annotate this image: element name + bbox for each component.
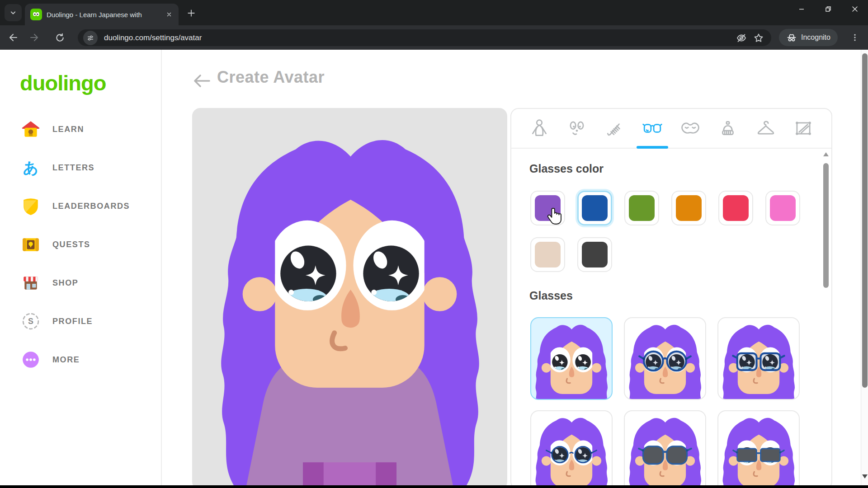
glasses-color-heading: Glasses color: [529, 162, 604, 175]
tab-title-fade: [141, 4, 159, 25]
reload-icon: [55, 33, 65, 43]
avatar-preview-illustration: [192, 108, 507, 485]
sidebar-nav: LEARNあLETTERSLEADERBOARDSQUESTSSHOPSPROF…: [21, 116, 130, 373]
incognito-label: Incognito: [801, 33, 830, 42]
profile-icon: S: [21, 311, 41, 331]
customization-panel: Glasses color Glasses: [510, 108, 832, 485]
sidebar-item-shop[interactable]: SHOP: [21, 269, 130, 296]
glasses-option-round-glasses[interactable]: [624, 317, 706, 400]
page-title: Create Avatar: [217, 68, 325, 87]
more-icon: [21, 350, 41, 370]
glasses-icon: [642, 118, 663, 139]
body-icon: [529, 118, 550, 139]
url-text: duolingo.com/settings/avatar: [104, 33, 736, 42]
tune-icon: [86, 34, 94, 42]
color-chip: [629, 195, 655, 221]
tab-hair[interactable]: [596, 109, 634, 148]
panel-scrollbar: [823, 152, 829, 441]
sidebar-item-label: PROFILE: [52, 317, 93, 326]
chevron-down-icon: [9, 8, 18, 17]
sidebar-item-profile[interactable]: SPROFILE: [21, 308, 130, 335]
glasses-option-square-glasses[interactable]: [717, 317, 800, 400]
back-nav-button[interactable]: [5, 30, 20, 45]
back-arrow-icon: [192, 73, 211, 89]
browser-tab-strip: Duolingo - Learn Japanese with: [0, 0, 868, 25]
close-window-button[interactable]: [841, 0, 868, 18]
sidebar-item-more[interactable]: MORE: [21, 346, 130, 373]
browser-scrollbar-thumb[interactable]: [862, 53, 868, 388]
browser-toolbar: duolingo.com/settings/avatar Incognito: [0, 25, 868, 50]
svg-text:S: S: [28, 317, 33, 326]
close-icon: [850, 5, 859, 14]
glasses-color-swatch-green[interactable]: [624, 191, 659, 225]
browser-tab[interactable]: Duolingo - Learn Japanese with: [25, 4, 179, 25]
tab-body[interactable]: [520, 109, 558, 148]
panel-body: Glasses color Glasses: [511, 149, 831, 485]
glasses-color-swatch-blue[interactable]: [577, 191, 612, 225]
incognito-icon: [786, 32, 797, 43]
glasses-color-swatch-red[interactable]: [718, 191, 753, 225]
minimize-button[interactable]: [788, 0, 815, 18]
panel-scrollbar-thumb[interactable]: [823, 163, 829, 288]
face-icon: [566, 118, 587, 139]
address-bar-actions: [736, 33, 764, 43]
site-info-button[interactable]: [83, 31, 98, 45]
sidebar-item-label: LEARN: [52, 125, 84, 134]
sidebar-item-learn[interactable]: LEARN: [21, 116, 130, 143]
eye-off-icon[interactable]: [736, 33, 747, 43]
duolingo-favicon-icon: [30, 9, 42, 20]
restore-icon: [824, 5, 833, 14]
sidebar: duolingo LEARNあLETTERSLEADERBOARDSQUESTS…: [0, 50, 162, 485]
tab-face[interactable]: [558, 109, 596, 148]
glasses-color-swatch-dark-gray[interactable]: [577, 237, 612, 272]
color-chip: [582, 242, 608, 267]
reload-button[interactable]: [52, 30, 67, 45]
color-chip: [535, 195, 561, 221]
restore-button[interactable]: [815, 0, 841, 18]
sidebar-item-label: LETTERS: [52, 163, 94, 173]
avatar-preview: [192, 108, 507, 485]
tab-search-button[interactable]: [5, 4, 22, 21]
incognito-badge: Incognito: [779, 29, 838, 46]
tab-hats[interactable]: [709, 109, 747, 148]
browser-menu-button[interactable]: [847, 30, 863, 45]
glasses-option-round-sunglasses[interactable]: [624, 410, 706, 485]
kebab-menu-icon: [850, 33, 859, 42]
sidebar-item-letters[interactable]: あLETTERS: [21, 154, 130, 181]
scroll-down-arrow-icon[interactable]: [862, 474, 868, 479]
screenshot-bottom-edge: [0, 485, 868, 488]
address-bar[interactable]: duolingo.com/settings/avatar: [78, 29, 771, 46]
tab-background[interactable]: [785, 109, 823, 148]
svg-text:あ: あ: [23, 160, 38, 176]
new-tab-button[interactable]: [184, 6, 198, 20]
back-button[interactable]: [192, 72, 212, 90]
glasses-color-swatch-pink[interactable]: [765, 191, 800, 225]
glasses-option-no-glasses[interactable]: [530, 317, 613, 400]
tab-close-icon[interactable]: [164, 9, 174, 19]
sidebar-item-leaderboards[interactable]: LEADERBOARDS: [21, 192, 130, 220]
glasses-color-swatch-orange[interactable]: [671, 191, 706, 225]
glasses-color-swatch-beige[interactable]: [530, 237, 565, 272]
tab-title: Duolingo - Learn Japanese with: [47, 11, 151, 19]
plus-icon: [187, 9, 196, 18]
glasses-option-square-sunglasses[interactable]: [717, 410, 800, 485]
quests-icon: [21, 235, 41, 254]
tab-clothing[interactable]: [747, 109, 785, 148]
scroll-up-arrow-icon[interactable]: [823, 152, 829, 156]
color-chip: [770, 195, 796, 221]
forward-nav-button[interactable]: [27, 30, 42, 45]
duolingo-logo[interactable]: duolingo: [20, 70, 106, 95]
tab-masks[interactable]: [671, 109, 709, 148]
forward-arrow-icon: [29, 32, 40, 43]
screen: Duolingo - Learn Japanese with: [0, 0, 868, 488]
masks-icon: [680, 118, 701, 139]
home-icon: [21, 119, 41, 139]
background-icon: [793, 118, 814, 139]
page-content: duolingo LEARNあLETTERSLEADERBOARDSQUESTS…: [0, 50, 868, 485]
glasses-color-swatch-purple[interactable]: [530, 191, 565, 225]
glasses-option-thin-round-glasses[interactable]: [530, 410, 613, 485]
bookmark-star-icon[interactable]: [753, 33, 764, 43]
category-tab-bar: [511, 109, 831, 149]
tab-glasses[interactable]: [634, 109, 672, 148]
sidebar-item-quests[interactable]: QUESTS: [21, 231, 130, 258]
